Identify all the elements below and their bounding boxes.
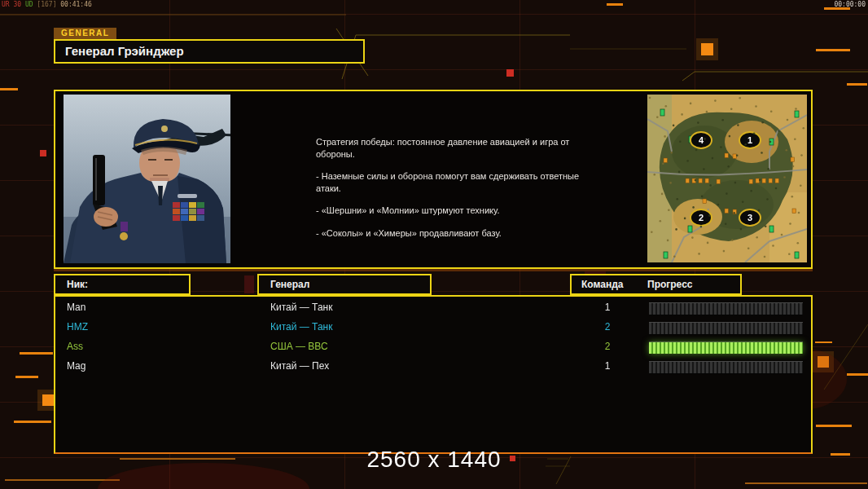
player-general: Китай — Танк — [270, 302, 332, 313]
column-header-team: Команда — [581, 275, 623, 293]
player-row: AssСША — ВВС2 — [55, 337, 811, 357]
player-team: 1 — [596, 302, 619, 313]
players-table: ManКитай — Танк1HMZКитай — Танк2AssСША —… — [54, 295, 813, 454]
player-progress-bar — [649, 341, 803, 355]
svg-text:1: 1 — [747, 135, 752, 145]
general-name-title: Генерал Грэйнджер — [54, 39, 365, 64]
player-row: MagКитай — Пех1 — [55, 357, 811, 377]
general-tab-label: GENERAL — [54, 28, 116, 39]
svg-text:4: 4 — [699, 135, 704, 145]
briefing-paragraph: - Наземные силы и оборона помогут вам сд… — [316, 170, 589, 194]
map-preview: 1234 — [647, 95, 807, 262]
column-header-progress: Прогресс — [647, 275, 692, 293]
svg-text:2: 2 — [699, 213, 704, 222]
player-nick: HMZ — [67, 321, 88, 333]
player-nick: Man — [67, 302, 85, 313]
briefing-panel: Стратегия победы: постоянное давление ав… — [54, 90, 813, 269]
player-nick: Ass — [67, 341, 83, 352]
general-portrait — [64, 95, 230, 263]
debug-stats-text: UR 30 UD [167] 00:41:46 — [2, 1, 92, 8]
player-team: 2 — [596, 321, 619, 333]
player-progress-bar — [649, 322, 803, 335]
player-nick: Mag — [67, 360, 85, 372]
column-header-team-progress: Команда Прогресс — [570, 274, 742, 295]
player-team: 1 — [596, 360, 619, 372]
briefing-paragraph: Стратегия победы: постоянное давление ав… — [316, 136, 589, 160]
player-progress-bar — [649, 361, 803, 374]
strategy-briefing-text: Стратегия победы: постоянное давление ав… — [316, 136, 589, 249]
player-row: ManКитай — Танк1 — [55, 298, 811, 318]
player-row: HMZКитай — Танк2 — [55, 318, 811, 337]
column-header-nick: Ник: — [54, 274, 191, 295]
player-general: Китай — Танк — [270, 321, 332, 333]
column-header-general: Генерал — [257, 274, 432, 295]
resolution-overlay-text: 2560 x 1440 — [0, 447, 868, 473]
player-progress-bar — [649, 302, 803, 315]
briefing-paragraph: - «Шершни» и «Молнии» штурмуют технику. — [316, 205, 589, 217]
player-general: Китай — Пех — [270, 360, 329, 372]
svg-text:3: 3 — [747, 213, 752, 222]
briefing-paragraph: - «Соколы» и «Химеры» продавливают базу. — [316, 227, 589, 240]
match-timer: 00:00:00 — [834, 1, 866, 8]
player-general: США — ВВС — [270, 341, 328, 352]
player-team: 2 — [596, 341, 619, 352]
loading-screen: UR 30 UD [167] 00:41:46 00:00:00 GENERAL… — [0, 0, 868, 489]
